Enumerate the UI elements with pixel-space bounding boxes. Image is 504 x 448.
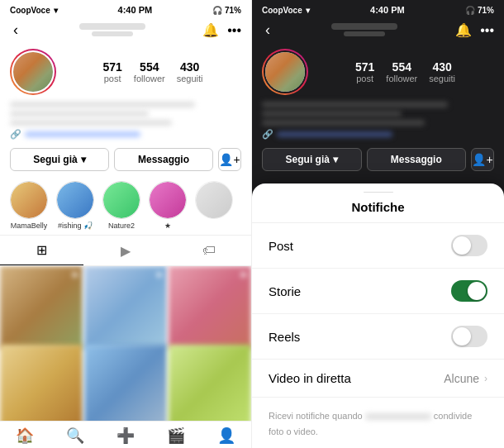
right-headphone-icon: 🎧 <box>465 6 475 15</box>
right-bio-section: 🔗 <box>252 100 504 143</box>
left-link-icon: 🔗 <box>10 129 21 140</box>
left-bio-link-text <box>25 131 140 137</box>
right-avatar-image <box>265 52 305 92</box>
left-avatar-wrap <box>10 49 56 95</box>
left-grid-icon: ⊞ <box>36 242 47 258</box>
right-top-nav: ‹ 🔔 ••• <box>252 17 504 44</box>
left-tab-grid[interactable]: ⊞ <box>0 236 83 265</box>
left-wifi-icon: ▾ <box>54 6 58 15</box>
sheet-live-value[interactable]: Alcune › <box>444 372 487 385</box>
left-stat-followers: 554 follower <box>134 60 165 83</box>
left-username-placeholder <box>79 23 145 30</box>
right-bell-icon[interactable]: 🔔 <box>455 22 472 38</box>
left-highlight-label-4: ★ <box>164 222 171 230</box>
right-panel: CoopVoce ▾ 4:40 PM 🎧 71% ‹ 🔔 ••• 571 <box>252 0 504 448</box>
left-follow-button[interactable]: Segui già ▾ <box>10 148 109 171</box>
sheet-footer-text: Ricevi notifiche quando condivide foto o… <box>269 411 472 436</box>
left-bio-section: 🔗 <box>0 100 251 143</box>
right-more-icon[interactable]: ••• <box>480 23 494 38</box>
left-highlight-3[interactable]: Nature2 <box>102 181 140 230</box>
left-tab-tagged[interactable]: 🏷 <box>168 236 251 265</box>
sheet-storie-label: Storie <box>269 284 301 298</box>
left-battery-text: 71% <box>225 6 241 15</box>
sheet-title: Notifiche <box>252 197 504 223</box>
left-bell-icon[interactable]: 🔔 <box>202 22 219 38</box>
left-nav-home[interactable]: 🏠 <box>0 427 50 445</box>
left-bio-line-3 <box>10 120 172 126</box>
left-photo-grid: ▶ ▶ ▶ <box>0 266 251 421</box>
left-highlight-4[interactable]: ★ <box>149 181 187 230</box>
sheet-footer-prefix: Ricevi notifiche quando <box>269 411 363 421</box>
right-stat-following-label: seguiti <box>429 74 455 83</box>
left-highlight-circle-4 <box>149 181 187 219</box>
right-stat-following-number: 430 <box>432 60 451 74</box>
left-stat-following-label: seguiti <box>177 74 203 83</box>
left-stat-posts-label: post <box>104 74 121 83</box>
right-bio-line-2 <box>262 111 402 117</box>
left-bio-line-2 <box>10 111 149 117</box>
sheet-reels-toggle-knob <box>453 327 471 346</box>
left-stat-following: 430 seguiti <box>177 60 203 83</box>
left-highlight-2[interactable]: #ishing 🎣 <box>56 181 94 230</box>
sheet-live-chevron: › <box>484 373 487 384</box>
right-stat-posts-label: post <box>356 74 373 83</box>
left-status-bar: CoopVoce ▾ 4:40 PM 🎧 71% <box>0 0 251 17</box>
left-stat-following-number: 430 <box>180 60 199 74</box>
sheet-live-label: Video in diretta <box>269 371 351 385</box>
left-grid-cell-1[interactable]: ▶ <box>0 266 83 349</box>
left-headphone-icon: 🎧 <box>212 6 222 15</box>
right-profile-stats: 571 post 554 follower 430 seguiti <box>316 60 494 83</box>
right-add-person-button[interactable]: 👤+ <box>471 148 494 171</box>
right-bio-link-text <box>277 131 392 137</box>
right-follow-button[interactable]: Segui già ▾ <box>262 148 362 171</box>
left-grid-cell-3[interactable]: ▶ <box>169 266 251 349</box>
left-tab-video[interactable]: ▶ <box>83 236 167 265</box>
left-nav-icons: 🔔 ••• <box>202 22 241 38</box>
left-highlight-5[interactable] <box>195 181 233 230</box>
left-nav-profile[interactable]: 👤 <box>201 427 251 445</box>
left-profile-tabs: ⊞ ▶ 🏷 <box>0 235 251 266</box>
right-avatar-inner <box>264 50 307 93</box>
left-highlight-circle-1 <box>10 181 48 219</box>
left-message-button[interactable]: Messaggio <box>114 148 213 171</box>
sheet-footer: Ricevi notifiche quando condivide foto o… <box>252 398 504 448</box>
left-grid-icon-3: ▶ <box>241 269 248 279</box>
left-back-button[interactable]: ‹ <box>10 20 21 41</box>
sheet-post-toggle[interactable] <box>451 235 487 256</box>
sheet-storie-toggle[interactable] <box>451 280 487 302</box>
right-bio-link[interactable]: 🔗 <box>262 129 494 140</box>
left-more-icon[interactable]: ••• <box>227 23 241 38</box>
left-username-area <box>79 23 145 38</box>
left-carrier-name: CoopVoce <box>10 6 50 15</box>
left-grid-cell-4[interactable] <box>0 345 83 422</box>
right-avatar-wrap <box>262 49 308 95</box>
left-avatar-image <box>13 52 53 92</box>
sheet-row-storie: Storie <box>252 269 504 314</box>
left-tagged-icon: 🏷 <box>202 243 216 258</box>
left-grid-cell-2[interactable]: ▶ <box>84 266 167 349</box>
left-panel: CoopVoce ▾ 4:40 PM 🎧 71% ‹ 🔔 ••• 571 <box>0 0 252 448</box>
right-username-sub <box>344 31 385 36</box>
right-back-button[interactable]: ‹ <box>262 20 273 41</box>
left-stat-followers-label: follower <box>134 74 165 83</box>
left-time: 4:40 PM <box>118 5 153 15</box>
left-add-person-icon: 👤+ <box>219 153 240 166</box>
left-profile-section: 571 post 554 follower 430 seguiti <box>0 44 251 100</box>
left-highlight-1[interactable]: MamaBelly <box>10 181 48 230</box>
right-wifi-icon: ▾ <box>306 6 310 15</box>
left-nav-reels[interactable]: 🎬 <box>150 427 201 445</box>
right-message-button[interactable]: Messaggio <box>367 148 467 171</box>
left-highlight-label-1: MamaBelly <box>11 222 48 230</box>
left-add-person-button[interactable]: 👤+ <box>218 148 241 171</box>
left-grid-cell-6[interactable] <box>169 345 251 422</box>
sheet-reels-toggle[interactable] <box>451 326 487 347</box>
left-nav-add[interactable]: ➕ <box>101 427 151 445</box>
left-follow-chevron: ▾ <box>81 154 86 165</box>
left-bio-link[interactable]: 🔗 <box>10 129 241 140</box>
left-bottom-nav: 🏠 🔍 ➕ 🎬 👤 <box>0 421 251 448</box>
left-nav-search[interactable]: 🔍 <box>50 427 101 445</box>
sheet-post-toggle-knob <box>453 236 471 255</box>
left-action-buttons: Segui già ▾ Messaggio 👤+ <box>0 143 251 176</box>
right-username-placeholder <box>331 23 397 30</box>
left-grid-cell-5[interactable] <box>84 345 167 422</box>
